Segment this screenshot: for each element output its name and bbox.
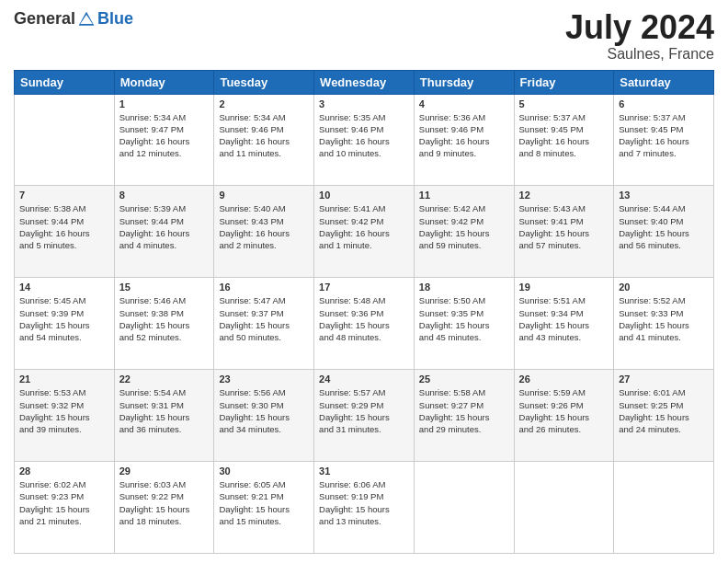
table-row: 23Sunrise: 5:56 AM Sunset: 9:30 PM Dayli…: [214, 370, 314, 462]
day-number: 23: [219, 373, 309, 385]
table-row: 12Sunrise: 5:43 AM Sunset: 9:41 PM Dayli…: [514, 186, 614, 278]
cell-content: Sunrise: 6:02 AM Sunset: 9:23 PM Dayligh…: [19, 478, 109, 527]
day-number: 5: [519, 98, 609, 109]
day-number: 1: [119, 98, 210, 109]
day-number: 25: [419, 373, 509, 385]
table-row: 15Sunrise: 5:46 AM Sunset: 9:38 PM Dayli…: [114, 278, 214, 370]
cell-content: Sunrise: 5:35 AM Sunset: 9:46 PM Dayligh…: [319, 111, 409, 160]
table-row: [15, 94, 115, 186]
col-sunday: Sunday: [15, 70, 115, 94]
cell-content: Sunrise: 5:38 AM Sunset: 9:44 PM Dayligh…: [19, 202, 109, 251]
table-row: 3Sunrise: 5:35 AM Sunset: 9:46 PM Daylig…: [314, 94, 415, 186]
cell-content: Sunrise: 5:34 AM Sunset: 9:47 PM Dayligh…: [119, 111, 210, 160]
svg-marker-1: [80, 15, 92, 24]
day-number: 15: [119, 282, 210, 293]
table-row: 9Sunrise: 5:40 AM Sunset: 9:43 PM Daylig…: [214, 186, 314, 278]
logo-general-text: General: [14, 9, 75, 29]
day-number: 26: [519, 373, 609, 385]
day-number: 28: [19, 465, 109, 477]
calendar-week-row: 7Sunrise: 5:38 AM Sunset: 9:44 PM Daylig…: [15, 186, 714, 278]
table-row: 17Sunrise: 5:48 AM Sunset: 9:36 PM Dayli…: [314, 278, 415, 370]
table-row: 24Sunrise: 5:57 AM Sunset: 9:29 PM Dayli…: [314, 370, 415, 462]
table-row: 27Sunrise: 6:01 AM Sunset: 9:25 PM Dayli…: [614, 370, 714, 462]
cell-content: Sunrise: 5:45 AM Sunset: 9:39 PM Dayligh…: [19, 294, 109, 343]
logo-icon: [77, 10, 96, 29]
day-number: 24: [319, 373, 409, 385]
table-row: 16Sunrise: 5:47 AM Sunset: 9:37 PM Dayli…: [214, 278, 314, 370]
cell-content: Sunrise: 5:50 AM Sunset: 9:35 PM Dayligh…: [419, 294, 509, 343]
cell-content: Sunrise: 5:59 AM Sunset: 9:26 PM Dayligh…: [519, 386, 609, 435]
cell-content: Sunrise: 5:37 AM Sunset: 9:45 PM Dayligh…: [619, 111, 709, 160]
table-row: 21Sunrise: 5:53 AM Sunset: 9:32 PM Dayli…: [15, 370, 115, 462]
cell-content: Sunrise: 5:51 AM Sunset: 9:34 PM Dayligh…: [519, 294, 609, 343]
cell-content: Sunrise: 6:05 AM Sunset: 9:21 PM Dayligh…: [219, 478, 309, 527]
cell-content: Sunrise: 5:57 AM Sunset: 9:29 PM Dayligh…: [319, 386, 409, 435]
day-number: 14: [19, 282, 109, 293]
table-row: 8Sunrise: 5:39 AM Sunset: 9:44 PM Daylig…: [114, 186, 214, 278]
logo: General Blue: [14, 9, 133, 29]
cell-content: Sunrise: 5:58 AM Sunset: 9:27 PM Dayligh…: [419, 386, 509, 435]
cell-content: Sunrise: 5:54 AM Sunset: 9:31 PM Dayligh…: [119, 386, 210, 435]
day-number: 9: [219, 190, 309, 201]
cell-content: Sunrise: 5:52 AM Sunset: 9:33 PM Dayligh…: [619, 294, 709, 343]
day-number: 30: [219, 465, 309, 477]
table-row: 19Sunrise: 5:51 AM Sunset: 9:34 PM Dayli…: [514, 278, 614, 370]
day-number: 16: [219, 282, 309, 293]
cell-content: Sunrise: 5:43 AM Sunset: 9:41 PM Dayligh…: [519, 202, 609, 251]
day-number: 8: [119, 190, 210, 201]
cell-content: Sunrise: 5:44 AM Sunset: 9:40 PM Dayligh…: [619, 202, 709, 251]
day-number: 19: [519, 282, 609, 293]
table-row: 11Sunrise: 5:42 AM Sunset: 9:42 PM Dayli…: [414, 186, 514, 278]
col-tuesday: Tuesday: [214, 70, 314, 94]
col-saturday: Saturday: [614, 70, 714, 94]
cell-content: Sunrise: 5:34 AM Sunset: 9:46 PM Dayligh…: [219, 111, 309, 160]
day-number: 13: [619, 190, 709, 201]
calendar-week-row: 28Sunrise: 6:02 AM Sunset: 9:23 PM Dayli…: [15, 462, 714, 554]
col-thursday: Thursday: [414, 70, 514, 94]
cell-content: Sunrise: 5:40 AM Sunset: 9:43 PM Dayligh…: [219, 202, 309, 251]
table-row: 6Sunrise: 5:37 AM Sunset: 9:45 PM Daylig…: [614, 94, 714, 186]
table-row: 13Sunrise: 5:44 AM Sunset: 9:40 PM Dayli…: [614, 186, 714, 278]
cell-content: Sunrise: 5:42 AM Sunset: 9:42 PM Dayligh…: [419, 202, 509, 251]
day-number: 3: [319, 98, 409, 109]
day-number: 11: [419, 190, 509, 201]
table-row: 4Sunrise: 5:36 AM Sunset: 9:46 PM Daylig…: [414, 94, 514, 186]
table-row: 2Sunrise: 5:34 AM Sunset: 9:46 PM Daylig…: [214, 94, 314, 186]
cell-content: Sunrise: 6:03 AM Sunset: 9:22 PM Dayligh…: [119, 478, 210, 527]
day-number: 12: [519, 190, 609, 201]
table-row: 14Sunrise: 5:45 AM Sunset: 9:39 PM Dayli…: [15, 278, 115, 370]
table-row: 1Sunrise: 5:34 AM Sunset: 9:47 PM Daylig…: [114, 94, 214, 186]
table-row: 30Sunrise: 6:05 AM Sunset: 9:21 PM Dayli…: [214, 462, 314, 554]
table-row: 18Sunrise: 5:50 AM Sunset: 9:35 PM Dayli…: [414, 278, 514, 370]
table-row: 28Sunrise: 6:02 AM Sunset: 9:23 PM Dayli…: [15, 462, 115, 554]
day-number: 18: [419, 282, 509, 293]
page: General Blue July 2024 Saulnes, France S…: [0, 0, 728, 563]
calendar-table: Sunday Monday Tuesday Wednesday Thursday…: [14, 70, 714, 554]
table-row: 7Sunrise: 5:38 AM Sunset: 9:44 PM Daylig…: [15, 186, 115, 278]
table-row: [414, 462, 514, 554]
day-number: 29: [119, 465, 210, 477]
table-row: [614, 462, 714, 554]
day-number: 6: [619, 98, 709, 109]
table-row: 25Sunrise: 5:58 AM Sunset: 9:27 PM Dayli…: [414, 370, 514, 462]
cell-content: Sunrise: 5:48 AM Sunset: 9:36 PM Dayligh…: [319, 294, 409, 343]
table-row: 22Sunrise: 5:54 AM Sunset: 9:31 PM Dayli…: [114, 370, 214, 462]
cell-content: Sunrise: 5:47 AM Sunset: 9:37 PM Dayligh…: [219, 294, 309, 343]
month-year: July 2024: [565, 9, 714, 46]
table-row: 20Sunrise: 5:52 AM Sunset: 9:33 PM Dayli…: [614, 278, 714, 370]
calendar-week-row: 14Sunrise: 5:45 AM Sunset: 9:39 PM Dayli…: [15, 278, 714, 370]
col-wednesday: Wednesday: [314, 70, 415, 94]
col-monday: Monday: [114, 70, 214, 94]
day-number: 27: [619, 373, 709, 385]
cell-content: Sunrise: 5:56 AM Sunset: 9:30 PM Dayligh…: [219, 386, 309, 435]
day-number: 17: [319, 282, 409, 293]
calendar-header-row: Sunday Monday Tuesday Wednesday Thursday…: [15, 70, 714, 94]
logo-blue-text: Blue: [97, 9, 133, 29]
table-row: 29Sunrise: 6:03 AM Sunset: 9:22 PM Dayli…: [114, 462, 214, 554]
calendar-week-row: 1Sunrise: 5:34 AM Sunset: 9:47 PM Daylig…: [15, 94, 714, 186]
table-row: 26Sunrise: 5:59 AM Sunset: 9:26 PM Dayli…: [514, 370, 614, 462]
location: Saulnes, France: [565, 46, 714, 63]
cell-content: Sunrise: 5:53 AM Sunset: 9:32 PM Dayligh…: [19, 386, 109, 435]
cell-content: Sunrise: 5:37 AM Sunset: 9:45 PM Dayligh…: [519, 111, 609, 160]
cell-content: Sunrise: 6:06 AM Sunset: 9:19 PM Dayligh…: [319, 478, 409, 527]
